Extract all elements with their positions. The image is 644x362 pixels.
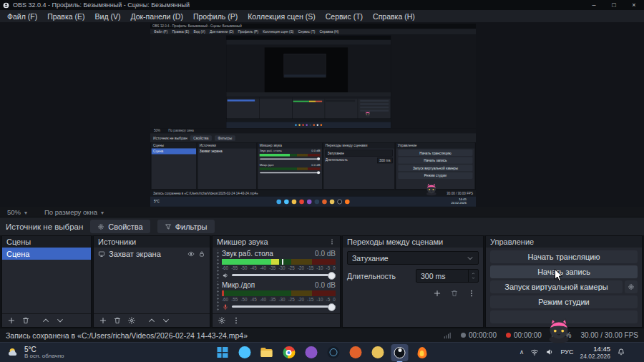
mouse-cursor [554,268,563,283]
transitions-dock-title: Переходы между сценами [343,236,483,248]
scene-up-button[interactable] [39,315,52,326]
transition-select[interactable]: Затухание [347,251,479,265]
cat-sticker [541,316,577,343]
volume-slider[interactable] [232,274,336,276]
taskbar-obs-icon[interactable] [391,344,409,361]
transition-more-button[interactable] [465,288,477,298]
add-scene-button[interactable] [5,315,17,326]
drag-handle[interactable] [215,250,219,280]
folder-icon [261,349,273,357]
scene-down-button[interactable] [54,315,66,326]
weather-icon [7,347,20,358]
wifi-icon[interactable] [530,348,539,356]
maximize-button[interactable]: □ [604,0,624,10]
taskbar-explorer-icon[interactable] [258,344,275,361]
display-icon [98,250,105,258]
source-list-item[interactable]: Захват экрана [94,248,210,260]
menu-scene-collection[interactable]: Коллекция сцен (S) [243,10,321,22]
start-streaming-button[interactable]: Начать трансляцию [490,250,638,263]
remove-source-button[interactable] [111,315,123,326]
source-down-button[interactable] [160,315,172,326]
audio-mixer-dock: Микшер звука Звук раб. стола0.0 dB -60-5… [212,235,341,328]
screen-capture-preview[interactable]: OBS 32.0.4 - Профиль: Безымянный - Сцены… [150,24,476,207]
menu-docks[interactable]: Док-панели (D) [125,10,187,22]
speaker-icon[interactable] [222,272,229,279]
spin-down-icon[interactable] [471,276,476,280]
taskbar-start-button[interactable] [214,344,231,361]
stream-timecode: 00:00:00 [461,331,497,339]
taskbar-clock[interactable]: 14:45 24.02.2026 [580,345,610,361]
system-tray: ∧ РУС 14:45 24.02.2026 [519,345,637,361]
obs-main-window: OBS 32.0.4 - Профиль: Безымянный - Сцены… [0,0,644,362]
duration-spinbox[interactable]: 300 ms [416,269,479,283]
filters-button[interactable]: Фильтры [157,220,215,233]
start-recording-button[interactable]: Начать запись [490,265,638,278]
volume-slider[interactable] [232,305,336,308]
menu-file[interactable]: Файл (F) [2,10,42,22]
minimize-button[interactable]: – [584,0,604,10]
mixer-settings-button[interactable] [215,315,228,326]
source-properties-button[interactable] [125,315,137,326]
controls-dock-title: Управление [486,236,642,248]
drag-handle[interactable] [215,281,219,311]
menu-profile[interactable]: Профиль (P) [188,10,243,22]
studio-mode-button[interactable]: Режим студии [490,295,638,308]
lock-icon[interactable] [198,250,205,258]
taskbar-purple-app-icon[interactable] [303,344,320,361]
volume-icon[interactable] [545,348,554,356]
spin-up-icon[interactable] [471,272,476,275]
remove-transition-button[interactable] [448,288,460,298]
mixer-more-button[interactable] [230,315,242,326]
mixer-menu-icon[interactable] [328,238,336,245]
window-title: OBS 32.0.4 - Профиль: Безымянный - Сцены… [13,1,190,9]
status-message: Запись сохранена в «C:/Users/richa/Video… [6,331,248,340]
taskbar-weather-widget[interactable]: 5°C В осн. облачно [7,346,64,360]
scene-list-item[interactable]: Сцена [2,248,91,260]
source-up-button[interactable] [145,315,157,326]
mini-obs-level-3 [265,47,348,94]
zoom-level-dropdown[interactable]: 50% [7,208,27,216]
microphone-icon[interactable] [222,303,229,310]
menu-edit[interactable]: Правка (E) [42,10,89,22]
weather-temp: 5°C [24,346,64,353]
taskbar-chrome-icon[interactable] [280,344,298,361]
close-button[interactable]: × [624,0,644,10]
menu-tools[interactable]: Сервис (T) [321,10,368,22]
sources-dock: Источники Захват экрана [93,235,210,328]
taskbar-yellow-app-icon[interactable] [369,344,386,361]
stream-status-dot [461,333,466,338]
eye-icon[interactable] [187,250,195,258]
window-titlebar: OBS 32.0.4 - Профиль: Безымянный - Сцены… [0,0,644,10]
mixer-channel-desktop: Звук раб. стола0.0 dB -60-55-50-45-40-35… [215,250,336,280]
menu-help[interactable]: Справка (H) [368,10,420,22]
transitions-dock: Переходы между сценами Затухание Длитель… [342,235,484,328]
add-transition-button[interactable] [431,288,443,298]
taskbar-steam-icon[interactable] [325,344,342,361]
weather-desc: В осн. облачно [24,353,64,360]
fps-indicator: 30.00 / 30.00 FPS [580,331,638,339]
clock-date: 24.02.2026 [580,353,610,360]
funnel-icon [165,223,172,230]
keyboard-language[interactable]: РУС [560,348,573,356]
menu-view[interactable]: Вид (V) [90,10,126,22]
notifications-bell-icon[interactable] [617,348,625,356]
add-source-button[interactable] [97,315,109,326]
taskbar-flame-app-icon[interactable] [414,344,431,361]
mini-obs-level-2 [226,36,391,128]
windows-logo-icon [217,347,228,358]
virtual-camera-settings-button[interactable] [625,280,638,293]
clock-time: 14:45 [580,345,610,353]
taskbar-widgets-icon[interactable] [236,344,253,361]
mini-obs-level-1: OBS 32.0.4 - Профиль: Безымянный - Сцены… [150,24,476,207]
taskbar-orange-app-icon[interactable] [347,344,364,361]
tray-overflow-chevron[interactable]: ∧ [519,348,525,356]
properties-button[interactable]: Свойства [90,220,150,233]
record-timecode: 00:00:00 [506,331,542,339]
window-controls: – □ × [584,0,644,10]
docks-row: Сцены Сцена Источники Захват экрана [0,235,644,328]
remove-scene-button[interactable] [19,315,31,326]
record-status-dot [506,333,511,338]
mixer-dock-title: Микшер звука [217,238,268,246]
fit-mode-dropdown[interactable]: По размеру окна [44,208,104,216]
chevron-down-icon [467,255,474,262]
